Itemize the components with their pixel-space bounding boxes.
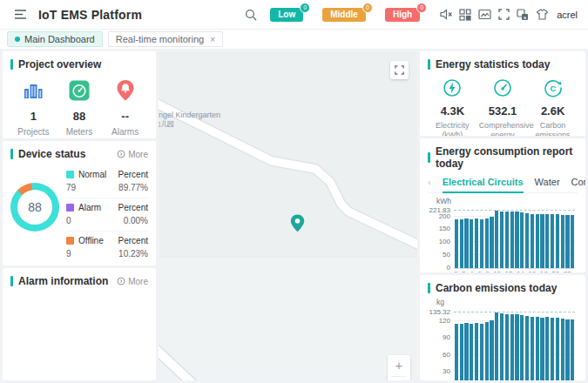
stat-projects: 1 Projects bbox=[10, 79, 56, 137]
svg-text:C: C bbox=[550, 84, 556, 93]
electricity-bolt-icon bbox=[429, 77, 476, 98]
report-tab-electrical[interactable]: Electrical Circuits bbox=[443, 177, 524, 187]
tab-main-dashboard[interactable]: Main Dashboard bbox=[7, 31, 103, 47]
badge-low-label: Low bbox=[278, 10, 295, 19]
fullscreen-icon[interactable] bbox=[494, 5, 513, 24]
title-accent-bar bbox=[428, 283, 430, 293]
legend-row-offline: Offline Percent 9 10.23% bbox=[66, 232, 148, 264]
map-zoom-in-button[interactable]: + bbox=[388, 355, 410, 376]
alarm-information-title: Alarm information bbox=[18, 275, 108, 287]
tab-realtime-monitoring[interactable]: Real-time monitoring × bbox=[108, 31, 223, 47]
bar bbox=[525, 316, 529, 380]
mute-icon[interactable] bbox=[436, 5, 456, 24]
device-status-more-link[interactable]: More bbox=[117, 150, 148, 159]
theme-skin-icon[interactable] bbox=[532, 5, 551, 24]
y-tick-label: 50 bbox=[443, 251, 450, 259]
bar bbox=[475, 323, 478, 380]
app-title: IoT EMS Platform bbox=[38, 8, 142, 22]
bar bbox=[505, 314, 509, 380]
max-value-label: 135.32 bbox=[429, 308, 450, 316]
map-pin-icon[interactable] bbox=[290, 214, 305, 235]
energy-statistics-title: Energy statistics today bbox=[436, 58, 550, 71]
bar bbox=[565, 215, 569, 268]
bar bbox=[536, 317, 539, 380]
normal-name: Normal bbox=[78, 170, 106, 179]
offline-count: 9 bbox=[66, 249, 71, 259]
y-tick-label: 60 bbox=[443, 351, 450, 359]
bar bbox=[531, 317, 534, 380]
project-overview-card: Project overview 1 Projects 88 Meters bbox=[3, 51, 156, 138]
y-tick-label: 120 bbox=[439, 317, 450, 325]
carbon-label: Carbon emissions today (kg) bbox=[529, 121, 577, 136]
report-tab-water[interactable]: Water bbox=[535, 177, 560, 187]
report-tab-compressed-air[interactable]: Compressed air bbox=[571, 177, 585, 187]
alarms-label: Alarms bbox=[103, 127, 148, 137]
y-tick-label: 150 bbox=[439, 225, 450, 232]
map-fullscreen-button[interactable] bbox=[390, 61, 409, 79]
energy-statistics-card: Energy statistics today 4.3K Electricity… bbox=[420, 51, 585, 136]
carbon-emissions-card: Carbon emissions today kg 0306090120135.… bbox=[420, 275, 585, 380]
map-zoom-control: + − bbox=[388, 355, 410, 380]
meters-value: 88 bbox=[57, 110, 102, 123]
map-canvas[interactable]: Angel Kindergarten 幼儿园 + − bbox=[159, 51, 417, 380]
carbon-recycle-icon: C bbox=[529, 77, 577, 98]
stat-comprehensive: 532.1 Comprehensive energy consumption bbox=[478, 77, 528, 136]
kwh-plot-area: 050100150200221.830246810121416182022 bbox=[454, 208, 575, 269]
alarm-count: 0 bbox=[66, 216, 71, 225]
carbon-value: 2.6K bbox=[529, 104, 577, 118]
title-accent-bar bbox=[10, 149, 13, 159]
badge-high-count: 0 bbox=[416, 3, 427, 13]
badge-low[interactable]: Low 0 bbox=[270, 8, 303, 22]
active-tab-dot bbox=[15, 37, 20, 42]
bar bbox=[540, 214, 544, 268]
projects-label: Projects bbox=[10, 127, 56, 137]
legend-row-normal: Normal Percent 79 89.77% bbox=[66, 165, 148, 198]
building-icon bbox=[10, 79, 56, 102]
menu-collapse-icon[interactable] bbox=[10, 5, 30, 24]
title-accent-bar bbox=[428, 59, 430, 70]
bar bbox=[565, 319, 569, 380]
meter-icon bbox=[57, 79, 102, 102]
bar bbox=[500, 212, 504, 268]
bar bbox=[551, 318, 554, 380]
bar bbox=[480, 219, 483, 269]
stat-electricity: 4.3K Electricity (kWh) bbox=[428, 77, 477, 136]
tab-close-icon[interactable]: × bbox=[210, 35, 215, 44]
offline-name: Offline bbox=[78, 236, 104, 245]
bar bbox=[460, 219, 463, 268]
x-tick-label: 20 bbox=[551, 270, 559, 272]
bar bbox=[510, 314, 514, 380]
carbon-emissions-title: Carbon emissions today bbox=[436, 282, 557, 294]
right-column: Energy statistics today 4.3K Electricity… bbox=[420, 51, 585, 380]
user-name[interactable]: acrel bbox=[557, 10, 578, 20]
bar bbox=[515, 212, 518, 268]
energy-report-card: Energy consumption report today ‹ Electr… bbox=[420, 138, 585, 272]
tabs-prev-chevron-icon[interactable]: ‹ bbox=[428, 177, 431, 187]
search-icon[interactable] bbox=[241, 5, 260, 24]
qr-code-icon[interactable] bbox=[456, 5, 475, 24]
bar bbox=[561, 215, 564, 268]
normal-color-swatch bbox=[66, 171, 74, 178]
badge-high[interactable]: High 0 bbox=[385, 8, 420, 22]
language-icon[interactable]: a bbox=[513, 5, 532, 24]
badge-middle[interactable]: Middle 0 bbox=[322, 8, 366, 22]
electricity-value: 4.3K bbox=[429, 104, 476, 118]
percent-header: Percent bbox=[118, 203, 148, 212]
device-status-card: Device status More 88 Normal Percent bbox=[3, 141, 156, 265]
bar bbox=[571, 319, 574, 380]
x-tick-label: 18 bbox=[540, 270, 548, 272]
badge-middle-count: 0 bbox=[362, 3, 373, 13]
stat-carbon: C 2.6K Carbon emissions today (kg) bbox=[528, 77, 578, 136]
screenshot-icon[interactable] bbox=[475, 5, 494, 24]
map-zoom-out-button[interactable]: − bbox=[388, 377, 410, 380]
bar bbox=[545, 214, 549, 268]
bar bbox=[571, 215, 574, 268]
more-label: More bbox=[128, 150, 148, 159]
bar bbox=[475, 218, 478, 268]
map-place-name: Angel Kindergarten bbox=[159, 111, 220, 120]
bar bbox=[460, 324, 463, 380]
bar bbox=[545, 317, 549, 380]
energy-stats-row: 4.3K Electricity (kWh) 532.1 Comprehensi… bbox=[428, 77, 578, 136]
view-tabbar: Main Dashboard Real-time monitoring × bbox=[0, 30, 588, 49]
alarm-information-more-link[interactable]: More bbox=[117, 277, 148, 286]
